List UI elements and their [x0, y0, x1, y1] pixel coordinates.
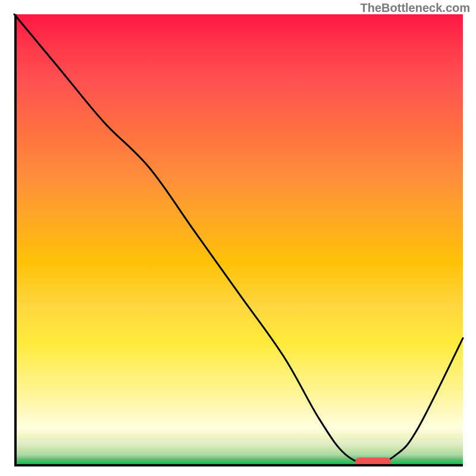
y-axis: [14, 14, 17, 466]
chart-svg: [14, 14, 463, 464]
x-axis: [14, 464, 463, 466]
bottleneck-curve-line: [14, 14, 463, 464]
watermark-text: TheBottleneck.com: [361, 1, 470, 15]
chart-container: [14, 14, 463, 466]
